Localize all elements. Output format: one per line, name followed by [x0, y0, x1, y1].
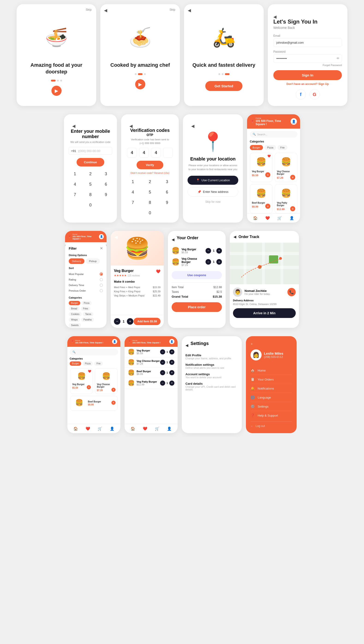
cart-increase-3[interactable]: +	[169, 370, 174, 375]
next-button-2[interactable]: ▶	[135, 79, 145, 89]
combo-item-2[interactable]: King Fries + King Pepsi $25.59	[114, 289, 160, 293]
add-cheese-burger-button[interactable]: +	[290, 175, 295, 180]
home-list-cheese-burger[interactable]: 🍔 Veg Cheese Burger $7.29 +	[95, 368, 118, 394]
numpad-1[interactable]: 1	[68, 170, 81, 178]
sort-rating[interactable]: Rating	[69, 277, 103, 282]
forgot-password-link[interactable]: Forget Password	[273, 64, 342, 67]
cart-increase-2[interactable]: +	[169, 360, 174, 365]
food-item-beef-burger[interactable]: 🍔 Beef Burger $9.99 +	[250, 184, 272, 213]
combo-item-1[interactable]: Med Fries + Med Pepsi $15.59	[114, 285, 160, 289]
menu-item-language[interactable]: 🌐 Language	[250, 393, 292, 402]
cart-increase-4[interactable]: +	[169, 381, 174, 386]
user-avatar[interactable]: 👤	[291, 118, 297, 125]
numpad-7[interactable]: 7	[68, 191, 81, 199]
otp-numpad-1[interactable]: 1	[126, 178, 140, 186]
menu-item-notifications[interactable]: 🔔 Notifications	[250, 384, 292, 393]
home-list-cat-fries[interactable]: Frie	[94, 361, 103, 366]
cart-decrease-2[interactable]: −	[160, 360, 165, 365]
otp-numpad-7[interactable]: 7	[126, 199, 140, 206]
delivery-toggle-button[interactable]: Delivery	[69, 258, 84, 264]
settings-notifications[interactable]: Notification settings Define what alerts…	[186, 363, 238, 369]
numpad-4[interactable]: 4	[68, 181, 81, 188]
numpad-0[interactable]: 0	[84, 201, 97, 209]
skip-button-2[interactable]: Skip	[170, 8, 175, 11]
phone-input-field[interactable]: +91 |(000) 000-00-00	[68, 147, 112, 155]
add-item-button[interactable]: Add Item $5.59	[134, 318, 160, 325]
settings-card-details[interactable]: Card details Change your UPI, Credit car…	[186, 382, 238, 391]
detail-heart-icon[interactable]: ❤️	[156, 269, 160, 274]
otp-numpad-3[interactable]: 3	[160, 178, 174, 186]
resend-link[interactable]: Resend (15s)	[154, 172, 169, 174]
quantity-decrease-button[interactable]: −	[114, 318, 120, 325]
combo-item-3[interactable]: Veg Strips + Medium Pepsi $22.49	[114, 293, 160, 298]
sort-previous-order[interactable]: Previous Order	[69, 288, 103, 293]
cart-decrease-3[interactable]: −	[160, 370, 165, 375]
search-bar[interactable]: 🔍 Search...	[250, 131, 297, 138]
settings-back-button[interactable]: ◀	[186, 343, 188, 348]
food-item-cheese-burger[interactable]: 🍔 Veg Cheese Burger $7.29 +	[275, 153, 297, 182]
nav-home-icon[interactable]: 🏠	[253, 216, 258, 220]
email-input[interactable]	[273, 38, 342, 47]
home-list-avatar[interactable]: 👤	[112, 339, 117, 344]
signin-button[interactable]: Sign In	[273, 70, 342, 80]
filter-cat-pizza[interactable]: Pizza	[82, 301, 92, 305]
settings-edit-profile[interactable]: Edit Profile Change your Name, address, …	[186, 354, 238, 360]
menu-item-settings[interactable]: ⚙️ Settings	[250, 402, 292, 411]
verify-button[interactable]: Verify	[136, 161, 163, 169]
cart-decrease-1[interactable]: −	[160, 349, 165, 355]
show-password-icon[interactable]: 👁	[336, 57, 340, 60]
nav-favorites-icon[interactable]: ❤️	[265, 216, 270, 220]
category-burger[interactable]: Burger	[250, 145, 263, 150]
filter-cat-bread[interactable]: Bread	[69, 306, 80, 311]
otp-box-2[interactable]: 4	[139, 148, 149, 157]
filter-cat-tacos[interactable]: Tacos	[83, 312, 94, 316]
password-input[interactable]	[273, 54, 342, 63]
filter-cat-cookies[interactable]: Cookies	[69, 312, 82, 316]
cart-increase-1[interactable]: +	[169, 349, 174, 355]
heart-icon[interactable]: ❤️	[267, 154, 271, 158]
home-list-cat-burger[interactable]: Burger	[70, 361, 81, 366]
otp-box-4[interactable]	[163, 148, 173, 157]
settings-account[interactable]: Account settings You want to delete your…	[186, 373, 238, 379]
otp-box-3[interactable]: 4	[151, 148, 161, 157]
filter-close-button[interactable]: ✕	[100, 246, 103, 250]
otp-numpad-2[interactable]: 2	[143, 178, 157, 186]
cart-avatar[interactable]: 👤	[169, 339, 174, 344]
order-item-1-increase[interactable]: +	[216, 248, 222, 253]
home-list-nav-cart[interactable]: 🛒	[98, 427, 102, 431]
filter-cat-paratha[interactable]: Paratha	[81, 317, 94, 322]
home-list-heart-1[interactable]: ❤️	[88, 370, 91, 373]
home-list-add-cheese-burger[interactable]: +	[112, 388, 116, 392]
menu-item-help[interactable]: ❓ Help & Support	[250, 411, 292, 420]
place-order-button[interactable]: Place order	[172, 302, 222, 312]
cart-nav-fav[interactable]: ❤️	[143, 427, 148, 431]
filter-cat-fries[interactable]: Fries	[81, 306, 90, 311]
menu-item-home[interactable]: 🏠 Home	[250, 366, 292, 375]
numpad-5[interactable]: 5	[84, 181, 97, 188]
signup-link[interactable]: Sign Up	[318, 82, 329, 86]
call-driver-button[interactable]: 📞	[288, 288, 296, 296]
use-coupons-button[interactable]: Use coupons	[172, 271, 222, 279]
next-button-1[interactable]: ▶	[52, 86, 62, 96]
cart-nav-cart[interactable]: 🛒	[155, 427, 160, 431]
filter-cat-sweets[interactable]: Sweets	[69, 323, 81, 328]
home-list-add-veg-burger[interactable]: +	[87, 385, 91, 389]
menu-item-orders[interactable]: 📋 Your Orders	[250, 375, 292, 384]
add-patty-burger-button[interactable]: +	[290, 206, 295, 211]
otp-box-1[interactable]: 4	[127, 148, 137, 157]
back-button-2[interactable]: ◀	[104, 8, 107, 13]
facebook-login-button[interactable]: f	[296, 89, 306, 100]
quantity-increase-button[interactable]: +	[127, 318, 133, 325]
google-login-button[interactable]: G	[310, 89, 320, 100]
skip-for-now-link[interactable]: Skip for now	[205, 200, 220, 203]
home-list-add-beef-burger[interactable]: +	[112, 401, 116, 405]
numpad-2[interactable]: 2	[84, 170, 97, 178]
filter-cat-wraps[interactable]: Wraps	[69, 317, 80, 322]
add-beef-burger-button[interactable]: +	[265, 204, 270, 209]
skip-button-1[interactable]: Skip	[86, 8, 92, 11]
track-back-button[interactable]: ◀	[234, 235, 236, 239]
cart-nav-home[interactable]: 🏠	[130, 427, 135, 431]
cart-decrease-4[interactable]: −	[160, 381, 165, 386]
otp-numpad-0[interactable]: 0	[143, 209, 157, 217]
otp-numpad-4[interactable]: 4	[126, 188, 140, 196]
